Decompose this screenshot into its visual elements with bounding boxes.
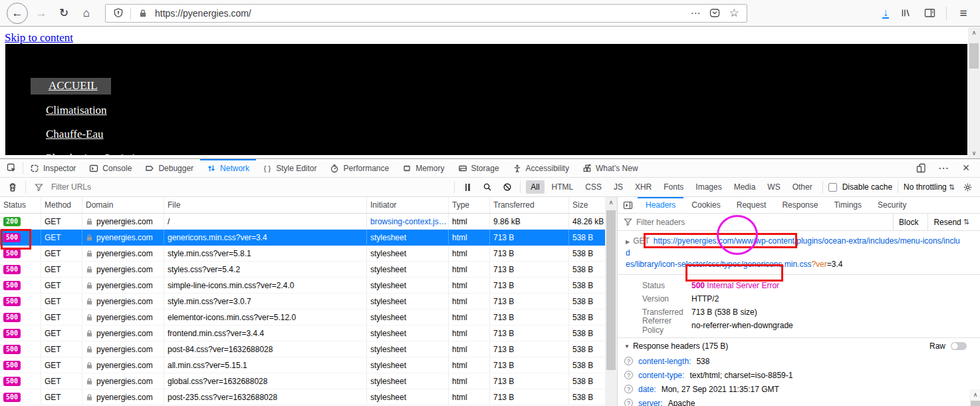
table-scroll-up-icon[interactable]: ∧ [605,197,617,208]
menu-icon[interactable]: ≡ [956,6,971,21]
request-table-scrollbar[interactable]: ∧ [605,197,617,406]
help-icon[interactable]: ? [624,371,633,379]
table-row[interactable]: 200GETpyenergies.com/browsing-context.js… [0,214,605,230]
tab-storage[interactable]: Storage [451,159,506,177]
tab-debugger[interactable]: Debugger [138,159,200,177]
tab-network[interactable]: Network [200,159,256,177]
tab-console[interactable]: Console [82,159,138,177]
table-row[interactable]: 500GETpyenergies.comstyle.min.css?ver=5.… [0,246,605,262]
details-tab-security[interactable]: Security [870,197,914,213]
details-tab-timings[interactable]: Timings [826,197,870,213]
library-icon[interactable] [898,6,913,21]
search-icon[interactable] [480,180,495,194]
filter-html[interactable]: HTML [547,180,578,194]
column-header-method[interactable]: Method [41,197,82,213]
details-tab-cookies[interactable]: Cookies [683,197,728,213]
response-header-row[interactable]: ?content-type:text/html; charset=iso-885… [618,368,980,382]
block-button[interactable]: Block [893,214,923,230]
help-icon[interactable]: ? [624,357,633,365]
filter-images[interactable]: Images [691,180,726,194]
details-scroll-thumb[interactable] [971,401,980,406]
column-header-transferred[interactable]: Transferred [490,197,569,213]
pocket-icon[interactable] [707,6,722,21]
back-icon[interactable]: ← [7,3,28,24]
initiator-link[interactable]: browsing-context.js… [370,217,447,226]
table-row[interactable]: 500GETpyenergies.compost-84.css?ver=1632… [0,341,605,357]
url-text[interactable]: https://pyenergies.com/ [155,8,683,19]
disable-cache-checkbox[interactable] [828,183,837,192]
network-settings-gear-icon[interactable] [960,180,975,194]
table-row[interactable]: 500GETpyenergies.compost-235.css?ver=163… [0,389,605,405]
help-icon[interactable]: ? [624,385,633,393]
skip-to-content-link[interactable]: Skip to content [5,31,73,45]
response-header-row[interactable]: ?content-length:538 [618,354,980,368]
collapse-panel-icon[interactable] [618,197,638,213]
pause-traffic-icon[interactable] [460,180,475,194]
filter-css[interactable]: CSS [580,180,606,194]
response-header-row[interactable]: ?date:Mon, 27 Sep 2021 11:35:17 GMT [618,382,980,396]
forward-icon[interactable]: → [32,4,51,23]
filter-js[interactable]: JS [609,180,628,194]
table-row[interactable]: 500GETpyenergies.comfrontend.min.css?ver… [0,325,605,341]
column-header-size[interactable]: Size [569,197,605,213]
response-header-row[interactable]: ?server:Apache [618,396,980,406]
header-name[interactable]: content-length: [638,357,691,366]
tab-what-s-new[interactable]: What's New [576,159,645,177]
bookmark-star-icon[interactable]: ☆ [727,6,741,21]
tab-memory[interactable]: Memory [396,159,451,177]
scroll-down-icon[interactable]: ∨ [968,148,980,158]
table-row[interactable]: 500GETpyenergies.comglobal.css?ver=16326… [0,373,605,389]
devtools-meatball-menu-icon[interactable]: ⋯ [936,161,951,176]
reload-icon[interactable]: ↻ [55,4,73,23]
nav-link-chauffe-eau[interactable]: Chauffe-Eau [43,126,106,142]
request-url[interactable]: https://pyenergies.com/www/wp-content/pl… [626,236,960,269]
nav-link-climatisation[interactable]: Climatisation [43,102,110,118]
details-tab-request[interactable]: Request [729,197,775,213]
table-scroll-thumb[interactable] [606,210,616,370]
page-scrollbar[interactable]: ∧ ∨ [968,27,980,158]
details-tab-headers[interactable]: Headers [638,197,683,213]
table-row[interactable]: 500GETpyenergies.comelementor-icons.min.… [0,309,605,325]
nav-link-accueil[interactable]: ACCUEIL [31,78,111,95]
table-row[interactable]: 500GETpyenergies.comstyle.min.css?ver=3.… [0,294,605,309]
filter-media[interactable]: Media [729,180,761,194]
sidebar-icon[interactable] [922,6,937,21]
table-row[interactable]: 500GETpyenergies.comgenericons.min.css?v… [0,230,605,246]
filter-ws[interactable]: WS [763,180,785,194]
help-icon[interactable]: ? [624,399,633,406]
filter-fonts[interactable]: Fonts [659,180,688,194]
header-name[interactable]: server: [638,399,663,406]
filter-all[interactable]: All [526,180,544,194]
column-header-initiator[interactable]: Initiator [367,197,449,213]
responsive-mode-icon[interactable] [914,161,928,176]
filter-headers-input[interactable] [636,218,889,227]
clear-requests-icon[interactable] [5,180,20,194]
page-actions-icon[interactable]: ⋯ [688,6,703,21]
table-row[interactable]: 500GETpyenergies.comsimple-line-icons.mi… [0,278,605,294]
filter-xhr[interactable]: XHR [630,180,656,194]
lock-icon[interactable] [136,6,150,21]
request-url-line[interactable]: ▶GEThttps://pyenergies.com/www/wp-conten… [618,231,980,275]
page-scroll-thumb[interactable] [969,43,979,69]
section-disclosure-icon[interactable]: ▼ [624,343,630,349]
initiator-cell[interactable]: browsing-context.js… [367,214,449,229]
response-headers-section[interactable]: ▼ Response headers (175 B) Raw [618,338,980,354]
column-header-status[interactable]: Status [0,197,41,213]
tab-style-editor[interactable]: { }Style Editor [256,159,323,177]
column-header-file[interactable]: File [164,197,367,213]
scroll-up-icon[interactable]: ∧ [968,27,980,38]
details-scrollbar[interactable]: ∧ [969,389,980,406]
filter-urls-input[interactable] [51,182,171,192]
tab-inspector[interactable]: Inspector [23,159,82,177]
tab-accessibility[interactable]: Accessibility [506,159,576,177]
tracking-shield-icon[interactable] [111,6,126,21]
table-row[interactable]: 500GETpyenergies.comstyles.css?ver=5.4.2… [0,262,605,278]
devtools-close-icon[interactable]: × [959,161,973,176]
details-tab-response[interactable]: Response [774,197,826,213]
throttling-select[interactable]: No throttling⇅ [904,182,955,192]
home-icon[interactable]: ⌂ [77,4,96,23]
disable-cache-label[interactable]: Disable cache [842,182,892,192]
resend-button[interactable]: Resend⇅ [927,214,975,230]
raw-toggle[interactable] [951,342,967,350]
downloads-icon[interactable]: ↓ [882,8,889,19]
